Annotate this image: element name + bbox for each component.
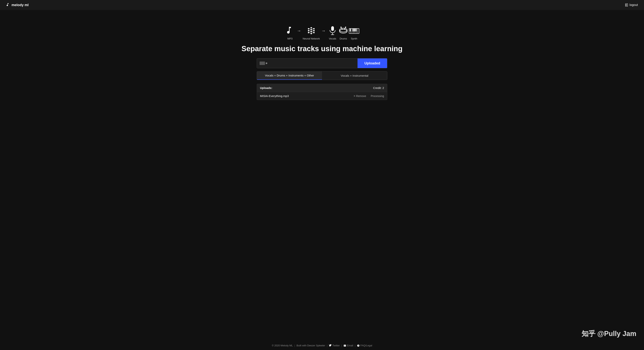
footer-built-with: Built with Deezer Spleeter <box>296 344 325 347</box>
hero-icon-neural-network: Neural Network <box>302 25 320 40</box>
remove-label: Remove <box>356 95 366 98</box>
hero-icons-row: MP3 → <box>284 25 360 40</box>
svg-point-3 <box>311 27 312 28</box>
file-input-area[interactable] <box>257 58 358 68</box>
separator-2: | <box>327 344 328 347</box>
twitter-link[interactable]: Twitter <box>329 344 340 347</box>
brand-logo: melody ml <box>6 3 28 7</box>
separator-4: | <box>355 344 356 347</box>
credit-label: Credit: 2 <box>373 86 384 90</box>
status-badge: Processing <box>371 95 384 98</box>
footer-copyright: © 2020 Melody ML <box>272 344 293 347</box>
hero-icon-synth: Synth <box>349 25 360 40</box>
tab-vocals-drums-instruments[interactable]: Vocals + Drums + Instruments + Other <box>257 71 322 80</box>
svg-line-14 <box>309 32 311 33</box>
tab-vocals-instrumental[interactable]: Vocals + Instrumental <box>322 71 387 80</box>
separator-1: | <box>294 344 295 347</box>
drums-label: Drums <box>340 37 347 40</box>
keyboard-icon <box>349 25 360 36</box>
file-name: MISIA-Everything.mp3 <box>260 94 354 98</box>
arrow-icon-2: → <box>322 28 326 37</box>
x-icon: ✕ <box>354 95 356 97</box>
svg-rect-41 <box>352 28 354 31</box>
upload-area: Uploaded <box>257 58 387 68</box>
uploads-table: Uploads: Credit: 2 MISIA-Everything.mp3 … <box>257 84 387 100</box>
brand-name: melody ml <box>12 3 28 7</box>
svg-line-16 <box>312 28 313 29</box>
music-note-icon <box>6 3 10 7</box>
svg-point-2 <box>308 32 309 33</box>
drums-icon <box>338 25 349 36</box>
svg-line-11 <box>309 29 311 30</box>
svg-line-15 <box>309 33 311 33</box>
vocals-label: Vocals <box>329 37 336 40</box>
synth-label: Synth <box>351 37 357 40</box>
faq-link[interactable]: FAQ/Legal <box>357 344 372 347</box>
file-rect <box>260 61 265 65</box>
file-dot <box>266 62 267 64</box>
svg-point-5 <box>311 31 312 32</box>
svg-point-0 <box>308 28 309 29</box>
svg-point-32 <box>345 27 346 28</box>
file-icon <box>260 61 267 65</box>
svg-point-8 <box>313 30 315 31</box>
uploads-header: Uploads: Credit: 2 <box>257 84 387 92</box>
svg-point-4 <box>311 29 312 30</box>
remove-button[interactable]: ✕ Remove <box>354 95 366 98</box>
svg-point-1 <box>308 30 309 31</box>
mode-tabs: Vocals + Drums + Instruments + Other Voc… <box>257 71 387 80</box>
logout-button[interactable]: logout <box>625 3 638 7</box>
upload-button[interactable]: Uploaded <box>358 58 387 68</box>
twitter-label: Twitter <box>332 344 340 347</box>
svg-point-6 <box>311 33 312 34</box>
hero-icon-mp3: MP3 <box>284 25 295 40</box>
svg-rect-22 <box>331 26 334 31</box>
hero-icon-vocals: Vocals <box>327 25 338 40</box>
watermark: 知乎 @Pully Jam <box>582 329 636 339</box>
footer: © 2020 Melody ML | Built with Deezer Spl… <box>0 341 644 350</box>
separator-3: | <box>342 344 342 347</box>
faq-label: FAQ/Legal <box>360 344 372 347</box>
neural-network-label: Neural Network <box>302 37 320 40</box>
svg-point-9 <box>313 32 315 33</box>
page-title: Separate music tracks using machine lear… <box>242 45 402 53</box>
music-note-icon <box>284 25 295 36</box>
svg-line-19 <box>312 31 313 32</box>
svg-point-7 <box>313 28 315 29</box>
svg-line-17 <box>312 29 313 30</box>
arrow-icon-1: → <box>297 28 301 37</box>
svg-rect-42 <box>354 28 355 31</box>
svg-line-12 <box>309 30 311 31</box>
svg-point-31 <box>340 27 342 28</box>
mp3-label: MP3 <box>288 37 292 40</box>
svg-line-13 <box>309 31 311 32</box>
email-link[interactable]: Email <box>344 344 353 347</box>
hero-icon-drums: Drums <box>338 25 349 40</box>
email-label: Email <box>347 344 353 347</box>
svg-rect-40 <box>350 28 351 31</box>
table-row: MISIA-Everything.mp3 ✕ Remove Processing <box>257 92 387 100</box>
microphone-icon <box>327 25 338 36</box>
navbar: melody ml logout <box>0 0 644 10</box>
svg-line-10 <box>309 28 311 29</box>
svg-line-18 <box>312 30 313 31</box>
main-content: MP3 → <box>0 10 644 341</box>
svg-rect-43 <box>356 28 356 31</box>
uploads-label: Uploads: <box>260 86 272 90</box>
network-icon <box>306 25 316 36</box>
svg-line-20 <box>312 32 313 33</box>
logout-label: logout <box>630 3 638 7</box>
svg-line-21 <box>312 33 313 33</box>
